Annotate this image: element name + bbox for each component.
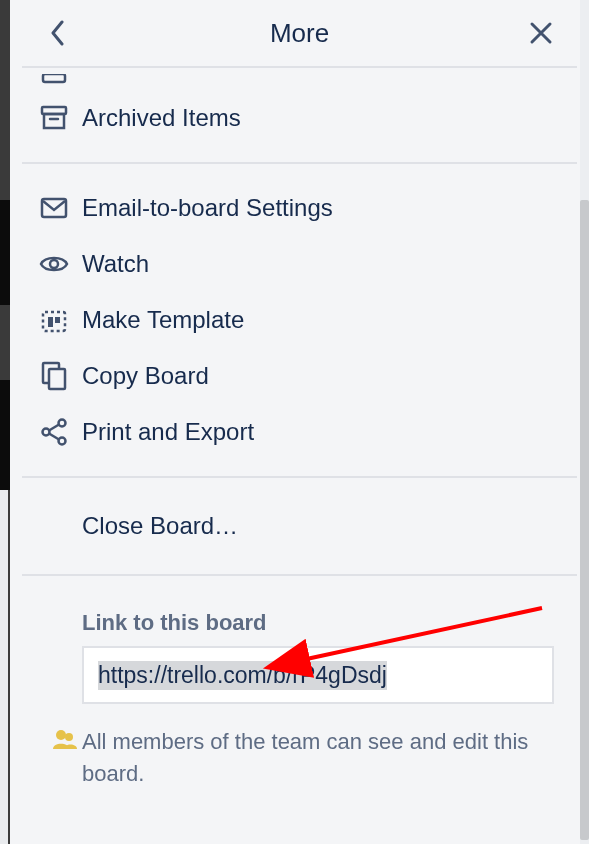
permission-text: All members of the team can see and edit…: [52, 726, 567, 790]
menu-item-label: Make Template: [82, 306, 244, 334]
svg-point-16: [56, 730, 66, 740]
svg-rect-10: [49, 369, 65, 389]
archive-icon: [26, 105, 82, 131]
permission-text-content: All members of the team can see and edit…: [82, 729, 528, 786]
svg-point-17: [65, 733, 73, 741]
close-board-label: Close Board…: [82, 512, 573, 540]
more-menu-panel: More Archived Items: [10, 0, 589, 844]
svg-line-14: [49, 425, 59, 431]
menu-item-make-template[interactable]: Make Template: [22, 292, 577, 348]
svg-rect-0: [43, 74, 65, 82]
svg-rect-7: [48, 317, 53, 327]
divider: [22, 476, 577, 478]
panel-header: More: [22, 0, 577, 68]
divider: [22, 162, 577, 164]
menu-item-archived-items[interactable]: Archived Items: [22, 90, 577, 146]
svg-rect-8: [55, 317, 60, 323]
scrollbar[interactable]: [580, 0, 589, 844]
share-icon: [26, 418, 82, 446]
panel-title: More: [270, 18, 329, 49]
menu-item-label: Email-to-board Settings: [82, 194, 333, 222]
copy-icon: [26, 361, 82, 391]
menu-item-close-board[interactable]: Close Board…: [22, 494, 577, 558]
close-icon: [529, 21, 553, 45]
menu-item-label: Copy Board: [82, 362, 209, 390]
divider: [22, 574, 577, 576]
back-button[interactable]: [38, 13, 78, 53]
svg-rect-6: [43, 312, 65, 331]
svg-point-5: [50, 260, 58, 268]
team-icon: [52, 728, 78, 750]
svg-rect-2: [44, 114, 64, 128]
board-link-input[interactable]: https://trello.com/b/rP4gDsdj: [82, 646, 554, 704]
menu-item-cutoff[interactable]: [22, 68, 577, 90]
menu-item-email-settings[interactable]: Email-to-board Settings: [22, 180, 577, 236]
eye-icon: [26, 254, 82, 274]
cutoff-icon: [26, 74, 82, 84]
close-button[interactable]: [521, 13, 561, 53]
svg-line-15: [49, 434, 59, 440]
mail-icon: [26, 197, 82, 219]
template-icon: [26, 306, 82, 334]
link-section-label: Link to this board: [82, 610, 567, 636]
menu-item-label: Archived Items: [82, 104, 241, 132]
menu-item-print-export[interactable]: Print and Export: [22, 404, 577, 460]
menu-item-copy-board[interactable]: Copy Board: [22, 348, 577, 404]
background-strip: [0, 0, 10, 844]
menu-item-label: Watch: [82, 250, 149, 278]
menu-item-watch[interactable]: Watch: [22, 236, 577, 292]
board-link-url: https://trello.com/b/rP4gDsdj: [98, 661, 387, 690]
chevron-left-icon: [50, 20, 66, 46]
menu-item-label: Print and Export: [82, 418, 254, 446]
scrollbar-thumb[interactable]: [580, 200, 589, 840]
link-section: Link to this board https://trello.com/b/…: [22, 592, 577, 790]
